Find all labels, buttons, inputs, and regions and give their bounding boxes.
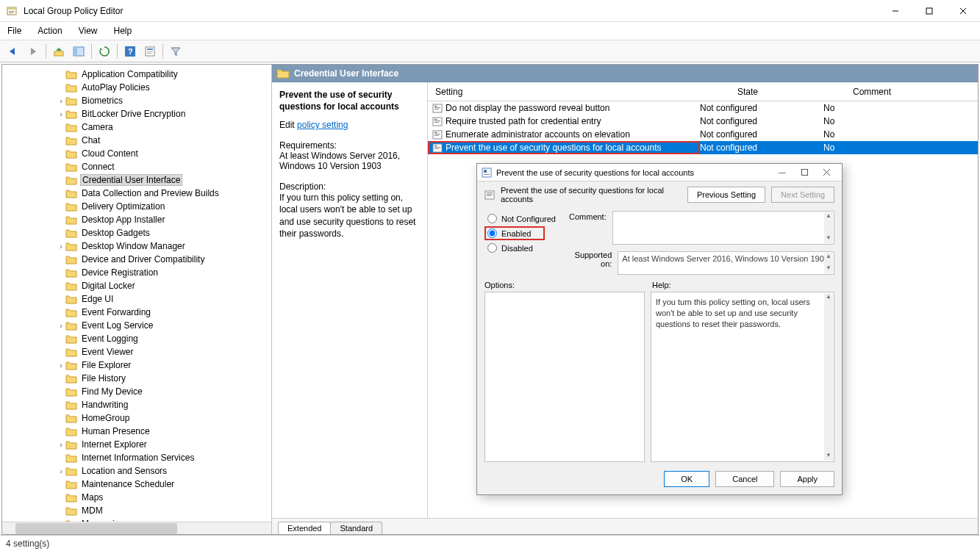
- tree-item[interactable]: ›BitLocker Drive Encryption: [2, 107, 271, 120]
- tree-item[interactable]: ›Location and Sensors: [2, 464, 271, 478]
- close-button[interactable]: [946, 0, 980, 22]
- comment-textarea[interactable]: ▲▼: [612, 211, 834, 245]
- cancel-button[interactable]: Cancel: [715, 471, 774, 487]
- refresh-button[interactable]: [96, 43, 113, 60]
- show-tree-button[interactable]: [70, 43, 87, 60]
- filter-button[interactable]: [167, 43, 185, 60]
- menu-view[interactable]: View: [77, 24, 99, 37]
- next-setting-button[interactable]: Next Setting: [771, 187, 834, 203]
- tree-item[interactable]: Handwriting: [2, 398, 271, 411]
- up-button[interactable]: [50, 43, 68, 60]
- tree-item[interactable]: Desktop App Installer: [2, 213, 271, 226]
- tree-item[interactable]: Connect: [2, 160, 271, 173]
- expand-icon[interactable]: ›: [57, 321, 65, 330]
- tree-item[interactable]: Find My Device: [2, 385, 271, 398]
- svg-rect-2: [9, 11, 15, 12]
- tree-item[interactable]: Edge UI: [2, 292, 271, 306]
- settings-row[interactable]: Do not display the password reveal butto…: [428, 101, 978, 115]
- tree-item[interactable]: Delivery Optimization: [2, 200, 271, 213]
- tree-item[interactable]: File History: [2, 372, 271, 385]
- menu-file[interactable]: File: [6, 24, 23, 37]
- settings-row[interactable]: Enumerate administrator accounts on elev…: [428, 128, 978, 141]
- tree-item[interactable]: Credential User Interface: [2, 173, 271, 187]
- settings-row[interactable]: Require trusted path for credential entr…: [428, 115, 978, 128]
- folder-icon: [65, 347, 77, 357]
- tree-item-label: Handwriting: [80, 400, 129, 410]
- minimize-button[interactable]: [879, 0, 912, 22]
- dialog-minimize-button[interactable]: —: [771, 165, 793, 180]
- folder-icon: [65, 320, 77, 331]
- apply-button[interactable]: Apply: [780, 471, 834, 487]
- tree-item[interactable]: Camera: [2, 120, 271, 134]
- tree-horizontal-scrollbar[interactable]: [2, 522, 271, 534]
- edit-policy-link[interactable]: policy setting: [297, 120, 348, 130]
- folder-icon: [65, 69, 77, 79]
- svg-point-36: [434, 145, 436, 147]
- options-pane: [484, 292, 645, 462]
- svg-rect-39: [484, 174, 490, 175]
- tree-item[interactable]: ›Event Log Service: [2, 319, 271, 332]
- previous-setting-button[interactable]: Previous Setting: [687, 187, 765, 203]
- tree-item[interactable]: MDM: [2, 504, 271, 517]
- tree-item[interactable]: Human Presence: [2, 425, 271, 438]
- tree-item[interactable]: Internet Information Services: [2, 451, 271, 464]
- col-comment[interactable]: Comment: [795, 87, 978, 97]
- tree-item[interactable]: Desktop Gadgets: [2, 226, 271, 240]
- dialog-close-button[interactable]: [815, 165, 837, 180]
- help-button[interactable]: ?: [121, 43, 139, 60]
- maximize-button[interactable]: [912, 0, 946, 22]
- tree-item-label: Edge UI: [80, 294, 115, 304]
- menu-help[interactable]: Help: [112, 24, 134, 37]
- expand-icon[interactable]: ›: [57, 361, 65, 370]
- tree-item[interactable]: Digital Locker: [2, 279, 271, 292]
- col-state[interactable]: State: [700, 87, 795, 97]
- tree-item[interactable]: ›Internet Explorer: [2, 438, 271, 451]
- tree-item[interactable]: Event Viewer: [2, 345, 271, 359]
- expand-icon[interactable]: ›: [57, 242, 65, 251]
- svg-rect-25: [434, 122, 439, 123]
- dialog-maximize-button[interactable]: [793, 165, 815, 180]
- help-label: Help:: [652, 281, 671, 289]
- radio-disabled[interactable]: Disabled: [484, 242, 559, 254]
- tree-item[interactable]: AutoPlay Policies: [2, 81, 271, 94]
- tree-item[interactable]: Data Collection and Preview Builds: [2, 187, 271, 200]
- expand-icon[interactable]: ›: [57, 109, 65, 118]
- ok-button[interactable]: OK: [664, 471, 709, 487]
- menu-action[interactable]: Action: [36, 24, 63, 37]
- tree-item[interactable]: Maps: [2, 491, 271, 504]
- tree-item[interactable]: HomeGroup: [2, 411, 271, 425]
- tab-extended[interactable]: Extended: [278, 522, 331, 534]
- tree-item[interactable]: Application Compatibility: [2, 68, 271, 81]
- tree-item[interactable]: Device and Driver Compatibility: [2, 253, 271, 266]
- tree-item[interactable]: ›Biometrics: [2, 94, 271, 107]
- tree-item[interactable]: Device Registration: [2, 266, 271, 279]
- radio-enabled[interactable]: Enabled: [484, 226, 545, 240]
- tree-item-label: Event Forwarding: [80, 307, 152, 317]
- expand-icon[interactable]: ›: [57, 467, 65, 475]
- tree-item[interactable]: Cloud Content: [2, 147, 271, 160]
- tree-item[interactable]: Chat: [2, 134, 271, 147]
- tree-item[interactable]: Event Logging: [2, 332, 271, 345]
- tree-item[interactable]: Event Forwarding: [2, 306, 271, 319]
- tree-item[interactable]: ›File Explorer: [2, 359, 271, 372]
- tab-standard[interactable]: Standard: [330, 522, 382, 534]
- svg-rect-34: [434, 147, 440, 148]
- expand-icon[interactable]: ›: [57, 96, 65, 105]
- tree-item[interactable]: Maintenance Scheduler: [2, 478, 271, 491]
- back-button[interactable]: [4, 43, 22, 60]
- col-setting[interactable]: Setting: [428, 87, 700, 97]
- radio-not-configured[interactable]: Not Configured: [484, 212, 559, 225]
- properties-button[interactable]: [141, 43, 159, 60]
- svg-rect-16: [147, 53, 151, 54]
- edit-prefix: Edit: [279, 120, 295, 130]
- settings-row[interactable]: Prevent the use of security questions fo…: [428, 141, 978, 154]
- forward-button[interactable]: [24, 43, 42, 60]
- tree-view[interactable]: Application CompatibilityAutoPlay Polici…: [2, 65, 271, 522]
- tree-item-label: HomeGroup: [80, 413, 131, 423]
- tree-item[interactable]: ›Desktop Window Manager: [2, 240, 271, 253]
- expand-icon[interactable]: ›: [57, 440, 65, 449]
- setting-comment: No: [795, 129, 978, 140]
- folder-icon: [65, 175, 77, 185]
- comment-label: Comment:: [569, 211, 607, 245]
- tree-item-label: File Explorer: [80, 360, 132, 370]
